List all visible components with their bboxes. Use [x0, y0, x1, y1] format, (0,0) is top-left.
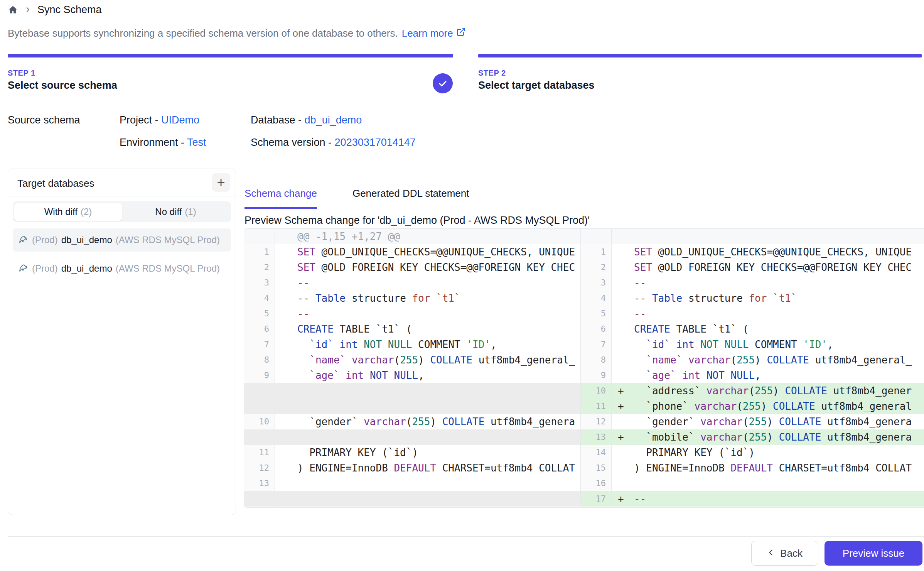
learn-more-link[interactable]: Learn more [402, 27, 466, 39]
code-line: PRIMARY KEY (`id`) [275, 445, 580, 460]
line-number: 3 [244, 275, 275, 291]
diff-line-old [244, 491, 581, 507]
added-marker: + [618, 383, 624, 399]
line-number: 4 [581, 291, 612, 306]
source-field-label: Project - [120, 114, 161, 126]
line-number: 3 [581, 275, 612, 291]
target-database-item[interactable]: (Prod)db_ui_demo(AWS RDS MySQL Prod) [13, 228, 231, 252]
database-environment: (Prod) [32, 263, 58, 274]
diff-line-old: 7 `id` int NOT NULL COMMENT 'ID', [244, 337, 581, 352]
diff-line-old: 10 `gender` varchar(255) COLLATE utf8mb4… [244, 414, 581, 429]
line-number: 17 [581, 491, 612, 507]
diff-row: 10+ `address` varchar(255) COLLATE utf8m… [244, 383, 924, 399]
breadcrumb: Sync Schema [8, 4, 102, 16]
code-line: `id` int NOT NULL COMMENT 'ID', [612, 337, 924, 352]
diff-row: 1316 [244, 476, 924, 491]
target-database-list: (Prod)db_ui_demo(AWS RDS MySQL Prod)(Pro… [13, 228, 231, 280]
code-line: `age` int NOT NULL, [612, 368, 924, 383]
source-schema-fields: Project - UIDemoDatabase - db_ui_demoEnv… [120, 114, 416, 149]
diff-line-new: 11+ `phone` varchar(255) COLLATE utf8mb4… [581, 399, 924, 414]
line-number: 2 [581, 260, 612, 275]
diff-line-old: 5-- [244, 306, 581, 321]
home-icon[interactable] [8, 5, 18, 15]
code-line: ) ENGINE=InnoDB DEFAULT CHARSET=utf8mb4 … [275, 460, 580, 476]
code-line [275, 399, 580, 414]
code-line: -- [612, 306, 924, 321]
code-line: @@ -1,15 +1,27 @@ [275, 229, 580, 244]
code-line: `name` varchar(255) COLLATE utf8mb4_gene… [275, 352, 580, 368]
diff-line-old: @@ -1,15 +1,27 @@ [244, 229, 581, 244]
diff-line-new: 7 `id` int NOT NULL COMMENT 'ID', [581, 337, 924, 352]
preview-issue-button[interactable]: Preview issue [825, 541, 922, 566]
line-number: 12 [581, 414, 612, 429]
diff-line-old: 13 [244, 476, 581, 491]
source-schema-label: Source schema [8, 114, 80, 126]
code-line: `id` int NOT NULL COMMENT 'ID', [275, 337, 580, 352]
source-field: Database - db_ui_demo [251, 114, 416, 126]
database-name: db_ui_demo [61, 235, 112, 245]
database-instance: (AWS RDS MySQL Prod) [116, 235, 226, 245]
target-database-item[interactable]: (Prod)db_ui_demo(AWS RDS MySQL Prod) [13, 257, 231, 280]
diff-row: 13+ `mobile` varchar(255) COLLATE utf8mb… [244, 429, 924, 445]
diff-row: 1SET @OLD_UNIQUE_CHECKS=@@UNIQUE_CHECKS,… [244, 244, 924, 260]
tab-with-diff[interactable]: With diff(2) [14, 203, 122, 221]
target-databases-panel: Target databases + With diff(2) No diff(… [8, 169, 236, 515]
source-field-value-link[interactable]: 20230317014147 [335, 137, 416, 148]
line-number: 6 [244, 321, 275, 337]
diff-line-new: 2SET @OLD_FOREIGN_KEY_CHECKS=@@FOREIGN_K… [581, 260, 924, 275]
source-field: Project - UIDemo [120, 114, 251, 126]
diff-line-old: 9 `age` int NOT NULL, [244, 368, 581, 383]
step2-label: STEP 2 [478, 69, 506, 78]
source-field-value-link[interactable]: UIDemo [161, 114, 199, 126]
add-target-database-button[interactable]: + [212, 173, 230, 192]
diff-line-new: 13+ `mobile` varchar(255) COLLATE utf8mb… [581, 429, 924, 445]
code-line: + `phone` varchar(255) COLLATE utf8mb4_g… [612, 399, 924, 414]
code-line [612, 229, 924, 244]
source-field-value-link[interactable]: db_ui_demo [305, 114, 362, 126]
step2-progress-bar [478, 54, 922, 57]
no-diff-count: (1) [185, 206, 196, 217]
diff-row: 7 `id` int NOT NULL COMMENT 'ID',7 `id` … [244, 337, 924, 352]
tab-generated-ddl[interactable]: Generated DDL statement [352, 188, 469, 209]
step1-label: STEP 1 [8, 69, 35, 78]
tab-no-diff[interactable]: No diff(1) [122, 203, 229, 221]
page-title: Sync Schema [37, 4, 102, 16]
preview-title: Preview Schema change for 'db_ui_demo (P… [244, 215, 590, 226]
code-line: SET @OLD_FOREIGN_KEY_CHECKS=@@FOREIGN_KE… [612, 260, 924, 275]
diff-line-old: 11 PRIMARY KEY (`id`) [244, 445, 581, 460]
diff-line-new: 8 `name` varchar(255) COLLATE utf8mb4_ge… [581, 352, 924, 368]
plus-icon: + [217, 176, 225, 189]
chevron-left-icon [767, 547, 776, 559]
database-name: db_ui_demo [61, 263, 112, 274]
line-number: 4 [244, 291, 275, 306]
step2-title: Select target databases [478, 79, 595, 91]
line-number: 10 [244, 414, 275, 429]
line-number: 16 [581, 476, 612, 491]
added-marker: + [618, 491, 624, 507]
code-line: -- Table structure for `t1` [275, 291, 580, 306]
code-line [275, 429, 580, 445]
mysql-icon [18, 234, 29, 247]
diff-line-new: 10+ `address` varchar(255) COLLATE utf8m… [581, 383, 924, 399]
diff-row: 5--5-- [244, 306, 924, 321]
back-button[interactable]: Back [751, 541, 818, 566]
page-description: Bytebase supports synchronizing a specif… [8, 27, 466, 39]
code-line: -- [275, 275, 580, 291]
code-line: `gender` varchar(255) COLLATE utf8mb4_ge… [275, 414, 580, 429]
tab-schema-change[interactable]: Schema change [244, 188, 317, 209]
code-line: `name` varchar(255) COLLATE utf8mb4_gene… [612, 352, 924, 368]
line-number [244, 429, 275, 445]
added-marker: + [618, 399, 624, 414]
diff-row: 8 `name` varchar(255) COLLATE utf8mb4_ge… [244, 352, 924, 368]
diff-row: 11 PRIMARY KEY (`id`)14 PRIMARY KEY (`id… [244, 445, 924, 460]
line-number: 8 [244, 352, 275, 368]
diff-line-old: 6CREATE TABLE `t1` ( [244, 321, 581, 337]
diff-line-new: 4-- Table structure for `t1` [581, 291, 924, 306]
source-field-value-link[interactable]: Test [187, 137, 206, 148]
source-field-label: Schema version - [251, 137, 335, 148]
database-environment: (Prod) [32, 235, 58, 245]
diff-line-old: 12) ENGINE=InnoDB DEFAULT CHARSET=utf8mb… [244, 460, 581, 476]
line-number: 9 [244, 368, 275, 383]
diff-line-new: 3-- [581, 275, 924, 291]
code-line: ) ENGINE=InnoDB DEFAULT CHARSET=utf8mb4 … [612, 460, 924, 476]
